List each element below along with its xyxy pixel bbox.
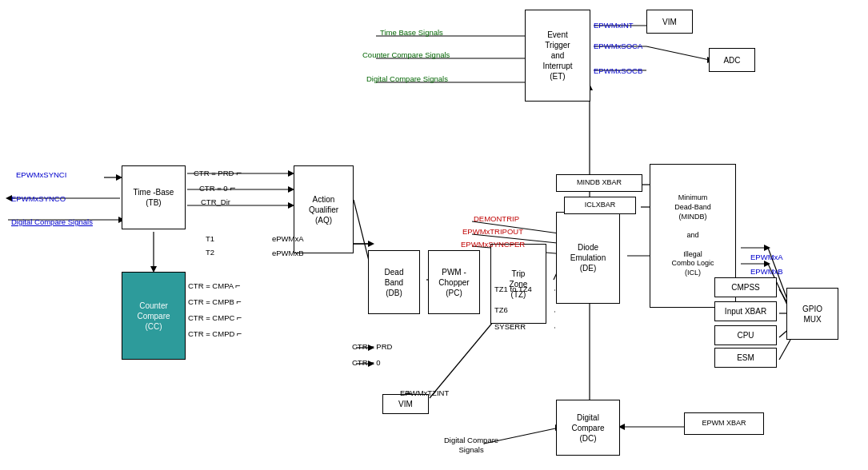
digital-compare-signals-left-label: Digital Compare Signals <box>11 217 93 227</box>
esm-label: ESM <box>737 352 754 363</box>
epwmxb-aq-label: ePWMxB <box>272 249 304 258</box>
counter-compare-signals-label: Counter Compare Signals <box>362 50 450 60</box>
epwmxint-label: EPWMxINT <box>594 21 634 30</box>
counter-compare-block: CounterCompare(CC) <box>122 272 186 360</box>
digital-compare-block: DigitalCompare(DC) <box>556 400 620 456</box>
vim-top-label: VIM <box>662 17 677 27</box>
svg-line-63 <box>430 312 502 398</box>
dead-band-label: DeadBand(DB) <box>385 267 404 298</box>
action-qualifier-label: ActionQualifier(AQ) <box>309 194 338 225</box>
svg-marker-43 <box>764 245 770 251</box>
mindb-xbar-block: MINDB XBAR <box>556 174 642 192</box>
tz6-label: TZ6 <box>494 305 508 315</box>
min-deadband-label: MinimumDead-Band(MINDB)andIllegalCombo L… <box>671 193 714 277</box>
vim-bottom-label: VIM <box>398 399 413 409</box>
syserr-label: SYSERR <box>494 322 526 332</box>
svg-marker-27 <box>368 241 374 247</box>
svg-line-9 <box>646 46 710 60</box>
epwm-xbar-block: EPWM XBAR <box>684 412 764 435</box>
epwmxtzint-label: EPWMxTZINT <box>400 388 449 398</box>
cmpss-label: CMPSS <box>731 282 760 293</box>
epwmxsoca-label: EPWMxSOCA <box>594 42 642 51</box>
demontrip-label: DEMONTRIP <box>474 214 519 224</box>
diagram: Time -Base(TB) CounterCompare(CC) Action… <box>0 0 868 470</box>
event-trigger-block: EventTriggerandInterrupt(ET) <box>525 10 590 102</box>
ctr-cmpd-label: CTR = CMPD ⌐ <box>188 328 242 339</box>
epwm-xbar-label: EPWM XBAR <box>702 419 746 428</box>
cmpss-block: CMPSS <box>714 277 777 297</box>
tz1-tz4-label: TZ1 to TZ4 <box>494 285 532 294</box>
trip-zone-label: TripZone(TZ) <box>510 269 528 300</box>
iclxbar-label: ICLXBAR <box>585 201 616 210</box>
iclxbar-block: ICLXBAR <box>564 197 636 214</box>
gpio-mux-block: GPIOMUX <box>786 288 838 340</box>
adc-block: ADC <box>709 48 755 72</box>
svg-line-52 <box>779 340 790 360</box>
digital-compare-label: DigitalCompare(DC) <box>571 412 604 444</box>
cpu-label: CPU <box>737 330 754 341</box>
ctr-cmpa-label: CTR = CMPA ⌐ <box>188 280 241 291</box>
pwm-chopper-block: PWM -Chopper(PC) <box>428 250 480 314</box>
ctr-prd-label: CTR = PRD ⌐ <box>194 167 242 180</box>
epwmxa-right-label: EPWMxA <box>750 253 783 262</box>
epwmxsocb-label: EPWMxSOCB <box>594 66 642 76</box>
ctr-0-bottom-label: CTR = 0 <box>352 358 381 368</box>
epwmx-synco-label: EPWMxSYNCO <box>11 194 66 204</box>
time-base-signals-label: Time Base Signals <box>380 28 443 38</box>
epwmxtripout-label: EPWMxTRIPOUT <box>462 227 523 237</box>
diode-emulation-block: DiodeEmulation(DE) <box>556 212 620 304</box>
counter-compare-label: CounterCompare(CC) <box>137 301 170 332</box>
t1-label: T1 <box>206 234 214 244</box>
cpu-block: CPU <box>714 325 777 345</box>
ctr-dir-label: CTR_Dir <box>201 197 230 207</box>
ctr-cmpb-label: CTR = CMPB ⌐ <box>188 296 242 307</box>
epwmxa-aq-label: ePWMxA <box>272 234 304 244</box>
digital-compare-signals-top-label: Digital Compare Signals <box>366 74 448 84</box>
dead-band-block: DeadBand(DB) <box>368 250 420 314</box>
adc-label: ADC <box>723 55 740 66</box>
epwmxsyncper-label: EPWMxSYNCPER <box>461 240 525 249</box>
event-trigger-label: EventTriggerandInterrupt(ET) <box>542 30 572 82</box>
gpio-mux-label: GPIOMUX <box>802 304 822 325</box>
t2-label: T2 <box>206 248 214 257</box>
pwm-chopper-label: PWM -Chopper(PC) <box>438 267 469 298</box>
epwmx-synci-label: EPWMxSYNCI <box>16 170 66 180</box>
vim-top-block: VIM <box>646 10 693 34</box>
input-xbar-label: Input XBAR <box>725 306 766 317</box>
ctr-prd-bottom-label: CTR = PRD <box>352 342 392 352</box>
esm-block: ESM <box>714 348 777 368</box>
diode-emulation-label: DiodeEmulation(DE) <box>570 242 606 273</box>
time-base-label: Time -Base(TB) <box>134 187 174 208</box>
ctr-0-label: CTR = 0 ⌐ <box>199 182 235 195</box>
epwmxb-right-label: EPWMxB <box>750 267 783 277</box>
time-base-block: Time -Base(TB) <box>122 165 186 229</box>
ctr-cmpc-label: CTR = CMPC ⌐ <box>188 312 242 323</box>
digital-compare-signals-bottom-label: Digital CompareSignals <box>444 436 498 456</box>
mindb-xbar-label: MINDB XBAR <box>577 178 622 188</box>
input-xbar-block: Input XBAR <box>714 301 777 321</box>
